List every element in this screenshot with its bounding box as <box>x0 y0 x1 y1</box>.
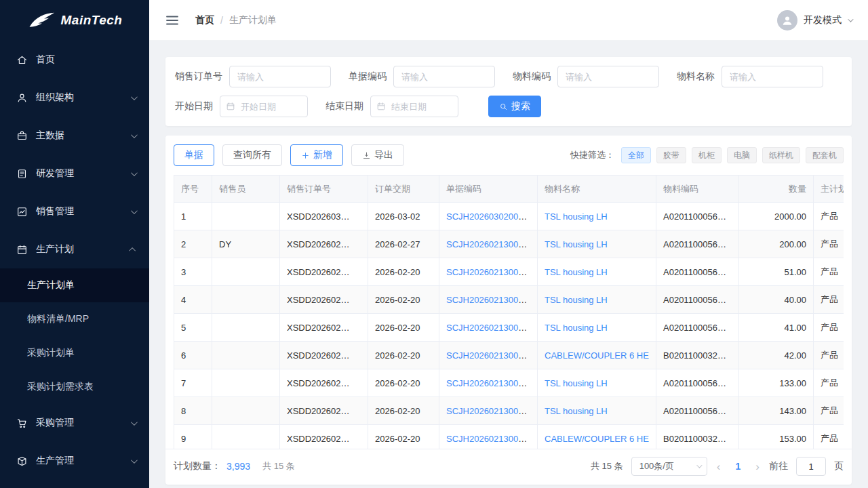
material-name-input[interactable] <box>722 66 823 87</box>
sidebar-item-master-data[interactable]: 主数据 <box>0 117 149 155</box>
filter-row-1: 销售订单号 单据编码 物料编码 物料名称 <box>175 66 842 87</box>
table-row[interactable]: 8XSDD202602…2026-02-20SCJH20260213002…TS… <box>174 397 844 425</box>
current-page[interactable]: 1 <box>730 461 746 472</box>
doc-button[interactable]: 单据 <box>174 144 214 166</box>
cell-seq: 7 <box>174 369 212 397</box>
table-row[interactable]: 6XSDD202602…2026-02-20SCJH20260213003…CA… <box>174 342 844 369</box>
material_name-link[interactable]: TSL housing LH <box>545 211 608 222</box>
cell-seq: 6 <box>174 342 212 369</box>
table-row[interactable]: 7XSDD202602…2026-02-20SCJH20260213002…TS… <box>174 369 844 397</box>
field-label: 销售订单号 <box>175 70 222 83</box>
sidebar-subitem-purchase-plan-order[interactable]: 采购计划单 <box>0 336 149 370</box>
avatar <box>777 10 797 30</box>
sidebar-item-home[interactable]: 首页 <box>0 41 149 79</box>
cell-material_name: TSL housing LH <box>538 258 656 286</box>
table-row[interactable]: 1XSDD202603…2026-03-02SCJH20260302001…TS… <box>174 203 844 230</box>
cell-doc_no: SCJH20260213002… <box>439 369 538 397</box>
quick-filters: 快捷筛选： 全部胶带机柜电脑纸样机配套机 <box>570 147 844 163</box>
material_name-link[interactable]: TSL housing LH <box>545 378 608 388</box>
sidebar-item-purchase-management[interactable]: 采购管理 <box>0 404 149 442</box>
material-code-input[interactable] <box>557 66 659 87</box>
material_name-link[interactable]: CABLEW/COUPLER 6 HE <box>545 350 649 361</box>
quick-filter-paper-pattern-machine[interactable]: 纸样机 <box>762 147 800 163</box>
quick-filter-computer[interactable]: 电脑 <box>727 147 757 163</box>
toolbar-buttons: 单据查询所有新增导出 <box>174 144 404 166</box>
breadcrumb-home[interactable]: 首页 <box>195 14 214 26</box>
topbar: 首页 / 生产计划单 开发模式 <box>149 0 868 41</box>
page-size-select[interactable]: 100条/页 <box>631 457 707 476</box>
material_name-link[interactable]: CABLEW/COUPLER 6 HE <box>545 434 649 444</box>
table-row[interactable]: 4XSDD202602…2026-02-20SCJH20260213003…TS… <box>174 286 844 314</box>
sidebar-item-production-management[interactable]: 生产管理 <box>0 442 149 480</box>
cell-material_name: TSL housing LH <box>538 314 656 342</box>
cell-order_no: XSDD202602… <box>280 342 368 369</box>
quick-filter-all[interactable]: 全部 <box>621 147 651 163</box>
cell-qty: 200.00 <box>739 230 814 258</box>
cell-due_date: 2026-02-27 <box>368 230 439 258</box>
doc_no-link[interactable]: SCJH20260213004… <box>446 267 532 277</box>
pagination: 共 15 条 100条/页 ‹ 1 › 前往 页 <box>591 457 844 476</box>
export-button[interactable]: 导出 <box>351 144 404 166</box>
doc_no-link[interactable]: SCJH20260213003… <box>446 295 532 305</box>
sidebar-subitem-production-plan-order[interactable]: 生产计划单 <box>0 268 149 302</box>
sidebar-item-organization[interactable]: 组织架构 <box>0 79 149 117</box>
sales-order-no-input[interactable] <box>229 66 331 87</box>
sidebar-item-sales-management[interactable]: 销售管理 <box>0 192 149 230</box>
cell-plan: 产品 <box>814 369 844 397</box>
sidebar-item-rd-management[interactable]: 研发管理 <box>0 155 149 192</box>
cell-qty: 153.00 <box>739 425 814 449</box>
table-row[interactable]: 5XSDD202602…2026-02-20SCJH20260213003…TS… <box>174 314 844 342</box>
doc_no-link[interactable]: SCJH20260213003… <box>446 350 532 361</box>
doc_no-link[interactable]: SCJH20260213002… <box>446 378 532 388</box>
chevron-down-icon <box>131 131 138 138</box>
sidebar-menu: 首页组织架构主数据研发管理销售管理生产计划生产计划单物料清单/MRP采购计划单采… <box>0 41 149 488</box>
goto-page-input[interactable] <box>796 457 826 476</box>
footer-summary: 计划数量： 3,993 共 15 条 <box>174 460 295 472</box>
doc_no-link[interactable]: SCJH20260213002… <box>446 434 532 444</box>
table-row[interactable]: 3XSDD202602…2026-02-20SCJH20260213004…TS… <box>174 258 844 286</box>
sidebar: MainTech 首页组织架构主数据研发管理销售管理生产计划生产计划单物料清单/… <box>0 0 149 488</box>
doc_no-link[interactable]: SCJH20260213005… <box>446 239 532 249</box>
sidebar-item-label: 采购管理 <box>36 417 123 429</box>
cell-plan: 产品 <box>814 314 844 342</box>
material_name-link[interactable]: TSL housing LH <box>545 406 608 416</box>
doc_no-link[interactable]: SCJH20260213003… <box>446 323 532 333</box>
material_name-link[interactable]: TSL housing LH <box>545 323 608 333</box>
breadcrumb-current: 生产计划单 <box>229 14 277 26</box>
prev-page-button[interactable]: ‹ <box>715 461 722 472</box>
doc-code-input[interactable] <box>393 66 495 87</box>
cell-plan: 产品 <box>814 203 844 230</box>
sidebar-subitem-purchase-plan-demand[interactable]: 采购计划需求表 <box>0 370 149 404</box>
quick-filter-supporting-machine[interactable]: 配套机 <box>806 147 844 163</box>
cell-order_no: XSDD202602… <box>280 425 368 449</box>
table-row[interactable]: 2DYXSDD202602…2026-02-27SCJH20260213005…… <box>174 230 844 258</box>
cell-order_no: XSDD202602… <box>280 286 368 314</box>
query-all-button[interactable]: 查询所有 <box>222 144 282 166</box>
material_name-link[interactable]: TSL housing LH <box>545 267 608 277</box>
user-menu[interactable]: 开发模式 <box>777 10 852 30</box>
quick-filter-tape[interactable]: 胶带 <box>656 147 686 163</box>
production-icon <box>16 455 28 467</box>
doc_no-link[interactable]: SCJH20260213002… <box>446 406 532 416</box>
sidebar-subitem-bom-mrp[interactable]: 物料清单/MRP <box>0 302 149 336</box>
column-header-seq: 序号 <box>174 176 212 203</box>
chevron-down-icon <box>131 207 138 214</box>
search-button[interactable]: 搜索 <box>488 96 541 117</box>
next-page-button[interactable]: › <box>754 461 761 472</box>
material_name-link[interactable]: TSL housing LH <box>545 239 608 249</box>
table-row[interactable]: 9XSDD202602…2026-02-20SCJH20260213002…CA… <box>174 425 844 449</box>
cell-material_code: A0201100056… <box>656 286 739 314</box>
plans-table: 序号销售员销售订单号订单交期单据编码物料名称物料编码数量主计划1XSDD2026… <box>174 175 844 449</box>
quick-filter-cabinet[interactable]: 机柜 <box>692 147 722 163</box>
chevron-down-icon <box>131 94 138 100</box>
briefcase-icon <box>16 130 28 142</box>
sidebar-item-label: 生产管理 <box>36 455 123 467</box>
add-button[interactable]: 新增 <box>290 144 343 166</box>
cell-due_date: 2026-02-20 <box>368 397 439 425</box>
sidebar-item-production-plan[interactable]: 生产计划 <box>0 230 149 268</box>
material_name-link[interactable]: TSL housing LH <box>545 295 608 305</box>
doc_no-link[interactable]: SCJH20260302001… <box>446 211 532 222</box>
menu-toggle-icon[interactable] <box>165 14 179 27</box>
app-logo[interactable]: MainTech <box>0 0 149 41</box>
search-button-label: 搜索 <box>511 100 530 113</box>
